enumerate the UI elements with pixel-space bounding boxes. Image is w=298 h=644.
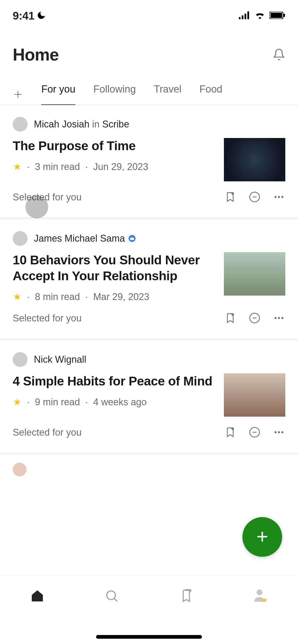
show-less-button[interactable] (248, 426, 261, 439)
byline-text[interactable]: Nick Wignall (34, 354, 86, 365)
tab-for-you[interactable]: For you (41, 84, 75, 105)
svg-line-34 (114, 598, 118, 601)
bookmark-add-icon (224, 312, 236, 325)
profile-icon (252, 588, 269, 605)
article-meta: · 9 min read · 4 weeks ago (13, 397, 216, 408)
notifications-button[interactable] (273, 48, 285, 61)
plus-icon (254, 528, 271, 546)
article-card[interactable]: Nick Wignall 4 Simple Habits for Peace o… (0, 341, 298, 455)
selected-tag: Selected for you (13, 427, 82, 438)
status-bar: 9:41 (0, 0, 298, 24)
status-time: 9:41 (13, 10, 34, 22)
bookmarks-icon (179, 588, 194, 604)
dot-separator: · (27, 397, 30, 408)
read-time: 9 min read (35, 397, 80, 408)
article-date: Jun 29, 2023 (93, 161, 148, 172)
bell-icon (273, 48, 285, 62)
add-topic-button[interactable] (13, 89, 23, 100)
article-title: 4 Simple Habits for Peace of Mind (13, 373, 216, 389)
more-horizontal-icon (273, 312, 285, 325)
svg-rect-6 (284, 14, 285, 17)
more-horizontal-icon (273, 426, 285, 439)
svg-point-14 (278, 196, 280, 198)
author-name: Micah Josiah (34, 119, 89, 130)
svg-rect-2 (245, 14, 246, 19)
article-body: 10 Behaviors You Should Never Accept In … (13, 252, 285, 302)
article-footer: Selected for you (13, 312, 285, 325)
byline-text[interactable]: Micah Josiah in Scribe (34, 119, 129, 130)
verified-badge-icon (128, 234, 137, 243)
article-card[interactable]: James Michael Sama 10 Behaviors You Shou… (0, 219, 298, 341)
bookmark-button[interactable] (224, 191, 237, 204)
article-title: 10 Behaviors You Should Never Accept In … (13, 252, 216, 284)
author-name: Nick Wignall (34, 354, 86, 365)
article-thumbnail (224, 138, 285, 181)
author-name: James Michael Sama (34, 233, 125, 244)
header: Home (0, 24, 298, 75)
minus-circle-icon (249, 191, 260, 204)
article-thumbnail (224, 373, 285, 417)
nav-bookmarks[interactable] (178, 588, 195, 605)
svg-point-22 (278, 317, 280, 319)
bookmark-add-icon (224, 191, 236, 204)
article-byline: James Michael Sama (13, 231, 285, 246)
bookmark-button[interactable] (224, 312, 237, 325)
article-actions (224, 312, 285, 325)
avatar[interactable] (13, 117, 28, 132)
more-button[interactable] (273, 191, 285, 204)
status-left: 9:41 (13, 10, 46, 22)
battery-icon (269, 12, 285, 20)
article-date: Mar 29, 2023 (93, 291, 149, 302)
avatar[interactable] (13, 231, 28, 246)
compose-fab[interactable] (242, 517, 282, 557)
tab-food[interactable]: Food (200, 84, 223, 105)
home-icon (30, 588, 45, 604)
page-title: Home (13, 45, 59, 65)
article-meta: · 3 min read · Jun 29, 2023 (13, 161, 216, 172)
article-byline: Nick Wignall (13, 352, 285, 367)
selected-tag: Selected for you (13, 313, 82, 324)
home-indicator[interactable] (96, 635, 202, 639)
bookmark-button[interactable] (224, 426, 237, 439)
svg-point-15 (281, 196, 283, 198)
dot-separator: · (85, 291, 88, 302)
article-title: The Purpose of Time (13, 138, 216, 154)
member-star-icon (13, 292, 22, 301)
search-icon (104, 588, 119, 604)
svg-point-23 (281, 317, 283, 319)
svg-point-29 (278, 431, 280, 433)
nav-profile[interactable] (252, 588, 269, 605)
article-byline: Micah Josiah in Scribe (13, 117, 285, 132)
article-footer: Selected for you (13, 191, 285, 204)
avatar[interactable] (13, 352, 28, 367)
tab-travel[interactable]: Travel (154, 84, 181, 105)
more-button[interactable] (273, 312, 285, 325)
show-less-button[interactable] (248, 312, 261, 325)
nav-home[interactable] (29, 588, 46, 605)
byline-text[interactable]: James Michael Sama (34, 233, 137, 244)
dot-separator: · (27, 291, 30, 302)
svg-point-33 (107, 591, 116, 600)
article-date: 4 weeks ago (93, 397, 147, 408)
article-body: 4 Simple Habits for Peace of Mind · 9 mi… (13, 373, 285, 417)
article-card-peek[interactable] (0, 455, 298, 476)
svg-point-35 (257, 589, 263, 595)
tab-following[interactable]: Following (93, 84, 136, 105)
article-meta: · 8 min read · Mar 29, 2023 (13, 291, 216, 302)
cellular-icon (239, 11, 250, 20)
article-text: 4 Simple Habits for Peace of Mind · 9 mi… (13, 373, 216, 408)
dot-separator: · (85, 397, 88, 408)
article-thumbnail (224, 252, 285, 296)
more-button[interactable] (273, 426, 285, 439)
in-word: in (92, 119, 100, 130)
nav-search[interactable] (103, 588, 120, 605)
avatar[interactable] (13, 463, 26, 476)
member-star-icon (13, 398, 22, 407)
bottom-nav (0, 575, 298, 644)
publication-name: Scribe (102, 119, 129, 130)
svg-rect-3 (247, 11, 249, 19)
show-less-button[interactable] (248, 191, 261, 204)
minus-circle-icon (249, 426, 260, 439)
article-footer: Selected for you (13, 426, 285, 439)
article-card[interactable]: Micah Josiah in Scribe The Purpose of Ti… (0, 105, 298, 219)
